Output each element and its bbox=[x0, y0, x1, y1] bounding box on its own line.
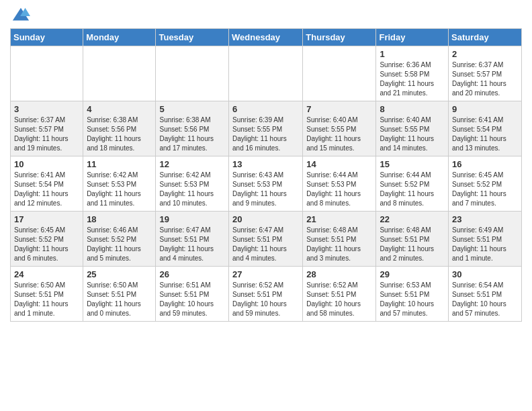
day-info: Sunrise: 6:49 AMSunset: 5:51 PMDaylight:… bbox=[452, 226, 518, 263]
calendar-cell: 25Sunrise: 6:50 AMSunset: 5:51 PMDayligh… bbox=[83, 267, 156, 322]
calendar-cell: 30Sunrise: 6:54 AMSunset: 5:51 PMDayligh… bbox=[449, 267, 522, 322]
calendar-week-3: 10Sunrise: 6:41 AMSunset: 5:54 PMDayligh… bbox=[11, 156, 522, 212]
day-number: 21 bbox=[306, 214, 372, 224]
logo-text bbox=[10, 7, 30, 26]
day-info: Sunrise: 6:36 AMSunset: 5:58 PMDaylight:… bbox=[380, 60, 445, 98]
calendar-cell: 20Sunrise: 6:47 AMSunset: 5:51 PMDayligh… bbox=[229, 212, 303, 267]
calendar-cell: 8Sunrise: 6:40 AMSunset: 5:55 PMDaylight… bbox=[376, 101, 449, 156]
calendar-week-5: 24Sunrise: 6:50 AMSunset: 5:51 PMDayligh… bbox=[11, 267, 522, 322]
day-number: 24 bbox=[14, 269, 79, 279]
day-info: Sunrise: 6:41 AMSunset: 5:54 PMDaylight:… bbox=[14, 171, 79, 208]
calendar-cell: 22Sunrise: 6:48 AMSunset: 5:51 PMDayligh… bbox=[376, 212, 449, 267]
calendar-header-monday: Monday bbox=[83, 29, 156, 46]
day-number: 2 bbox=[452, 49, 518, 59]
calendar-header-row: SundayMondayTuesdayWednesdayThursdayFrid… bbox=[11, 29, 522, 46]
day-info: Sunrise: 6:38 AMSunset: 5:56 PMDaylight:… bbox=[159, 116, 225, 153]
day-number: 5 bbox=[159, 104, 225, 114]
calendar-cell bbox=[303, 46, 376, 101]
day-info: Sunrise: 6:50 AMSunset: 5:51 PMDaylight:… bbox=[14, 281, 79, 318]
logo bbox=[10, 7, 30, 23]
day-info: Sunrise: 6:44 AMSunset: 5:53 PMDaylight:… bbox=[306, 171, 372, 208]
calendar-cell: 14Sunrise: 6:44 AMSunset: 5:53 PMDayligh… bbox=[303, 156, 376, 212]
calendar-cell: 15Sunrise: 6:44 AMSunset: 5:52 PMDayligh… bbox=[376, 156, 449, 212]
day-info: Sunrise: 6:47 AMSunset: 5:51 PMDaylight:… bbox=[159, 226, 225, 263]
day-info: Sunrise: 6:48 AMSunset: 5:51 PMDaylight:… bbox=[380, 226, 445, 263]
calendar-cell: 5Sunrise: 6:38 AMSunset: 5:56 PMDaylight… bbox=[156, 101, 229, 156]
calendar-cell: 6Sunrise: 6:39 AMSunset: 5:55 PMDaylight… bbox=[229, 101, 303, 156]
day-info: Sunrise: 6:45 AMSunset: 5:52 PMDaylight:… bbox=[14, 226, 79, 263]
day-number: 6 bbox=[232, 104, 299, 114]
day-number: 16 bbox=[452, 159, 518, 169]
day-info: Sunrise: 6:51 AMSunset: 5:51 PMDaylight:… bbox=[159, 281, 225, 318]
calendar-cell: 7Sunrise: 6:40 AMSunset: 5:55 PMDaylight… bbox=[303, 101, 376, 156]
day-number: 22 bbox=[380, 214, 445, 224]
day-info: Sunrise: 6:54 AMSunset: 5:51 PMDaylight:… bbox=[452, 281, 518, 318]
day-number: 17 bbox=[14, 214, 79, 224]
day-number: 19 bbox=[159, 214, 225, 224]
day-number: 20 bbox=[232, 214, 299, 224]
calendar-cell: 12Sunrise: 6:42 AMSunset: 5:53 PMDayligh… bbox=[156, 156, 229, 212]
day-number: 12 bbox=[159, 159, 225, 169]
calendar-cell: 18Sunrise: 6:46 AMSunset: 5:52 PMDayligh… bbox=[83, 212, 156, 267]
day-info: Sunrise: 6:44 AMSunset: 5:52 PMDaylight:… bbox=[380, 171, 445, 208]
calendar-cell: 16Sunrise: 6:45 AMSunset: 5:52 PMDayligh… bbox=[449, 156, 522, 212]
calendar-cell: 2Sunrise: 6:37 AMSunset: 5:57 PMDaylight… bbox=[449, 46, 522, 101]
calendar-header-wednesday: Wednesday bbox=[229, 29, 303, 46]
page: SundayMondayTuesdayWednesdayThursdayFrid… bbox=[0, 0, 532, 332]
header bbox=[10, 7, 522, 23]
day-info: Sunrise: 6:42 AMSunset: 5:53 PMDaylight:… bbox=[87, 171, 152, 208]
calendar-cell: 23Sunrise: 6:49 AMSunset: 5:51 PMDayligh… bbox=[449, 212, 522, 267]
calendar-cell: 3Sunrise: 6:37 AMSunset: 5:57 PMDaylight… bbox=[11, 101, 83, 156]
calendar-cell: 24Sunrise: 6:50 AMSunset: 5:51 PMDayligh… bbox=[11, 267, 83, 322]
day-info: Sunrise: 6:47 AMSunset: 5:51 PMDaylight:… bbox=[232, 226, 299, 263]
day-info: Sunrise: 6:39 AMSunset: 5:55 PMDaylight:… bbox=[232, 116, 299, 153]
day-info: Sunrise: 6:40 AMSunset: 5:55 PMDaylight:… bbox=[380, 116, 445, 153]
day-number: 11 bbox=[87, 159, 152, 169]
calendar-header-tuesday: Tuesday bbox=[156, 29, 229, 46]
day-number: 25 bbox=[87, 269, 152, 279]
calendar-cell: 17Sunrise: 6:45 AMSunset: 5:52 PMDayligh… bbox=[11, 212, 83, 267]
day-info: Sunrise: 6:42 AMSunset: 5:53 PMDaylight:… bbox=[159, 171, 225, 208]
day-number: 26 bbox=[159, 269, 225, 279]
day-number: 29 bbox=[380, 269, 445, 279]
day-info: Sunrise: 6:53 AMSunset: 5:51 PMDaylight:… bbox=[380, 281, 445, 318]
calendar-header-saturday: Saturday bbox=[449, 29, 522, 46]
calendar-cell: 26Sunrise: 6:51 AMSunset: 5:51 PMDayligh… bbox=[156, 267, 229, 322]
day-number: 28 bbox=[306, 269, 372, 279]
calendar-cell: 1Sunrise: 6:36 AMSunset: 5:58 PMDaylight… bbox=[376, 46, 449, 101]
calendar-cell: 21Sunrise: 6:48 AMSunset: 5:51 PMDayligh… bbox=[303, 212, 376, 267]
day-info: Sunrise: 6:52 AMSunset: 5:51 PMDaylight:… bbox=[232, 281, 299, 318]
calendar-cell bbox=[156, 46, 229, 101]
day-number: 10 bbox=[14, 159, 79, 169]
calendar-week-2: 3Sunrise: 6:37 AMSunset: 5:57 PMDaylight… bbox=[11, 101, 522, 156]
day-number: 23 bbox=[452, 214, 518, 224]
day-info: Sunrise: 6:37 AMSunset: 5:57 PMDaylight:… bbox=[14, 116, 79, 153]
day-info: Sunrise: 6:52 AMSunset: 5:51 PMDaylight:… bbox=[306, 281, 372, 318]
calendar-header-friday: Friday bbox=[376, 29, 449, 46]
calendar-cell bbox=[83, 46, 156, 101]
day-number: 3 bbox=[14, 104, 79, 114]
day-info: Sunrise: 6:50 AMSunset: 5:51 PMDaylight:… bbox=[87, 281, 152, 318]
calendar-week-1: 1Sunrise: 6:36 AMSunset: 5:58 PMDaylight… bbox=[11, 46, 522, 101]
day-info: Sunrise: 6:37 AMSunset: 5:57 PMDaylight:… bbox=[452, 60, 518, 98]
day-info: Sunrise: 6:43 AMSunset: 5:53 PMDaylight:… bbox=[232, 171, 299, 208]
day-number: 1 bbox=[380, 49, 445, 59]
day-number: 18 bbox=[87, 214, 152, 224]
calendar-cell bbox=[11, 46, 83, 101]
calendar-cell: 9Sunrise: 6:41 AMSunset: 5:54 PMDaylight… bbox=[449, 101, 522, 156]
calendar-week-4: 17Sunrise: 6:45 AMSunset: 5:52 PMDayligh… bbox=[11, 212, 522, 267]
day-number: 9 bbox=[452, 104, 518, 114]
calendar-cell: 4Sunrise: 6:38 AMSunset: 5:56 PMDaylight… bbox=[83, 101, 156, 156]
day-number: 7 bbox=[306, 104, 372, 114]
calendar-header-sunday: Sunday bbox=[11, 29, 83, 46]
day-number: 14 bbox=[306, 159, 372, 169]
calendar-cell: 11Sunrise: 6:42 AMSunset: 5:53 PMDayligh… bbox=[83, 156, 156, 212]
day-number: 30 bbox=[452, 269, 518, 279]
calendar-header-thursday: Thursday bbox=[303, 29, 376, 46]
calendar-cell: 19Sunrise: 6:47 AMSunset: 5:51 PMDayligh… bbox=[156, 212, 229, 267]
calendar-cell bbox=[229, 46, 303, 101]
day-info: Sunrise: 6:45 AMSunset: 5:52 PMDaylight:… bbox=[452, 171, 518, 208]
day-number: 15 bbox=[380, 159, 445, 169]
calendar-cell: 28Sunrise: 6:52 AMSunset: 5:51 PMDayligh… bbox=[303, 267, 376, 322]
logo-icon bbox=[11, 7, 30, 26]
